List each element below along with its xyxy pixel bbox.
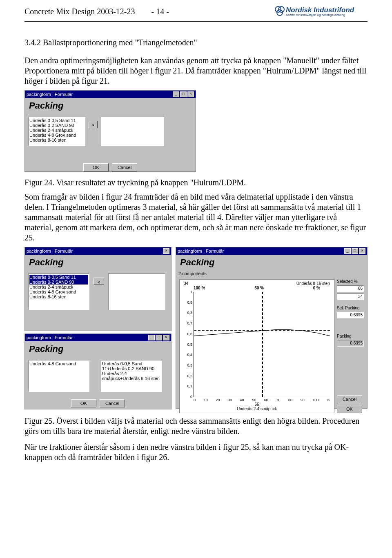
cancel-button[interactable]: Cancel (337, 395, 362, 403)
chart-x-tick: 80 (288, 398, 292, 402)
page-number: - 14 - (151, 7, 169, 16)
list-item[interactable]: Underås 0-0,5 Sand 11+Underås 0-2 SAND 9… (102, 361, 161, 371)
chart-y-tick: 0,8 (187, 311, 192, 315)
selected-percent-label: Selected % (337, 279, 364, 284)
window-title: packingform : Formulär (27, 335, 73, 340)
components-label: 2 components (176, 270, 367, 277)
chart-x-tick: 50 (252, 398, 256, 402)
chart-y-tick: 0,5 (187, 342, 192, 347)
logo-title: Nordisk Industrifond (286, 7, 354, 13)
window-title: packingform : Formulär (178, 249, 224, 253)
chart-top-tick: 0 % (313, 286, 320, 290)
packingform-window-fig25-chart: packingform : Formulär _ □ × Packing 2 c… (176, 247, 368, 409)
sel-packing-label: Sel. Packing (337, 306, 364, 310)
packingform-window-fig24: packingform : Formulär _ □ × Packing Und… (24, 90, 196, 172)
close-icon[interactable]: × (163, 248, 169, 254)
minimize-icon[interactable]: _ (148, 335, 155, 340)
chart-x-tick: 100 (312, 398, 318, 402)
list-item[interactable]: Underås 2-4 småpuck+Underås 8-16 sten (102, 371, 161, 381)
chart-y-tick: 0,7 (187, 321, 192, 325)
list-item[interactable]: Underås 8-16 sten (29, 138, 84, 142)
packingform-window-fig25-bottom-left: packingform : Formulär _ □ × Packing Und… (24, 333, 172, 409)
list-item[interactable]: Underås 8-16 sten (29, 294, 88, 299)
chart-x-tick: 30 (228, 398, 232, 402)
list-item[interactable]: Underås 4-8 Grov sand (29, 289, 88, 294)
logo: Nordisk Industrifond senter for innovasj… (274, 4, 368, 19)
header-divider (24, 21, 368, 22)
paragraph-3: När tre fraktioner återstår såsom i den … (24, 442, 368, 462)
ok-button[interactable]: OK (83, 163, 109, 171)
chart-x-tick: 10 (204, 398, 208, 402)
chart-x-unit: % (327, 398, 330, 402)
logo-rings-icon (274, 6, 284, 17)
selected-percent-value-2[interactable]: 34 (337, 293, 364, 300)
maximize-icon[interactable]: □ (180, 91, 187, 97)
list-item[interactable]: Underås 0-0,5 Sand 11 (29, 275, 88, 280)
material-list-right[interactable] (108, 273, 165, 310)
maximize-icon[interactable]: □ (156, 335, 162, 340)
paragraph-1: Den andra optimeringsmöjligheten kan anv… (24, 56, 368, 86)
close-icon[interactable]: × (359, 248, 365, 254)
cancel-button[interactable]: Cancel (100, 399, 125, 407)
move-right-button[interactable]: > (94, 278, 104, 285)
packing-chart: 34 Underås 8-16 sten 100 %50 %0 % 10,90,… (179, 279, 334, 413)
window-title: packingform : Formulär (27, 92, 73, 97)
fig24-caption: Figur 24. Visar resultatet av tryckning … (24, 178, 368, 188)
window-titlebar[interactable]: packingform : Formulär _ □ × (25, 91, 196, 98)
chart-y-tick: 1 (190, 290, 192, 294)
fig25-caption: Figur 25. Överst i bilden väljs två mate… (24, 416, 368, 436)
chart-y-tick: 0,1 (187, 384, 192, 388)
maximize-icon[interactable]: □ (352, 248, 358, 254)
ok-button[interactable]: OK (71, 399, 96, 407)
doc-title: Concrete Mix Design 2003-12-23 (24, 7, 135, 16)
packingform-window-fig25-top-left: packingform : Formulär × Packing Underås… (24, 247, 172, 331)
material-list-right[interactable] (101, 117, 164, 146)
chart-x-axis-label: Underås 2-4 småpuck (181, 407, 332, 411)
chart-title-left: 34 (184, 281, 188, 286)
section-heading: 3.4.2 Ballastproportionering med "Triang… (24, 38, 368, 47)
paragraph-2: Som framgår av bilden i figur 24 framträ… (24, 192, 368, 243)
material-list-left[interactable]: Underås 0-0,5 Sand 11Underås 0-2 SAND 90… (28, 117, 85, 146)
minimize-icon[interactable]: _ (173, 91, 179, 97)
list-item[interactable]: Underås 0-2 SAND 90 (29, 123, 84, 128)
list-item[interactable]: Underås 2-4 småpuck (29, 128, 84, 133)
sel-packing-value[interactable]: 0.6395 (337, 312, 364, 318)
chart-x-tick: 60 (264, 398, 268, 402)
list-item[interactable]: Underås 4-8 Grov sand (29, 361, 88, 366)
list-item[interactable]: Underås 4-8 Grov sand (29, 133, 84, 138)
window-titlebar[interactable]: packingform : Formulär × (25, 247, 171, 255)
minimize-icon[interactable]: _ (344, 248, 351, 254)
material-list-left[interactable]: Underås 0-0,5 Sand 11Underås 0-2 SAND 90… (28, 273, 89, 310)
window-titlebar[interactable]: packingform : Formulär _ □ × (25, 334, 171, 341)
packing-value: 0.6395 (337, 340, 364, 347)
close-icon[interactable]: × (163, 335, 169, 340)
material-list-right[interactable]: Underås 0-0,5 Sand 11+Underås 0-2 SAND 9… (101, 360, 162, 392)
ok-button[interactable]: OK (337, 405, 362, 413)
window-titlebar[interactable]: packingform : Formulär _ □ × (176, 247, 367, 255)
packing-heading: Packing (25, 255, 171, 270)
chart-y-tick: 0 (190, 395, 192, 399)
packing-curve (194, 292, 330, 397)
chart-y-tick: 0,6 (187, 332, 192, 336)
page-header: Concrete Mix Design 2003-12-23 - 14 - No… (24, 4, 368, 20)
selected-percent-value-1[interactable]: 66 (337, 285, 364, 292)
chart-x-tick: 90 (301, 398, 305, 402)
packing-heading: Packing (25, 98, 196, 113)
chart-x-tick: 70 (276, 398, 280, 402)
move-right-button[interactable]: > (89, 121, 98, 128)
cancel-button[interactable]: Cancel (112, 163, 137, 171)
window-title: packingform : Formulär (27, 249, 73, 253)
material-list-left[interactable]: Underås 4-8 Grov sand (28, 360, 89, 392)
chart-top-tick: 100 % (194, 286, 205, 290)
chart-x-indicator: 66 (254, 402, 259, 407)
packing-heading: Packing (176, 255, 367, 270)
list-item[interactable]: Underås 0-2 SAND 90 (29, 280, 88, 285)
packing-value-label: Packing (337, 334, 364, 338)
list-item[interactable]: Underås 0-0,5 Sand 11 (29, 118, 84, 123)
chart-title-right: Underås 8-16 sten (296, 281, 330, 286)
close-icon[interactable]: × (187, 91, 194, 97)
chart-x-tick: 40 (240, 398, 244, 402)
list-item[interactable]: Underås 2-4 småpuck (29, 285, 88, 289)
chart-y-tick: 0,9 (187, 300, 192, 305)
chart-x-tick: 0 (194, 398, 196, 402)
